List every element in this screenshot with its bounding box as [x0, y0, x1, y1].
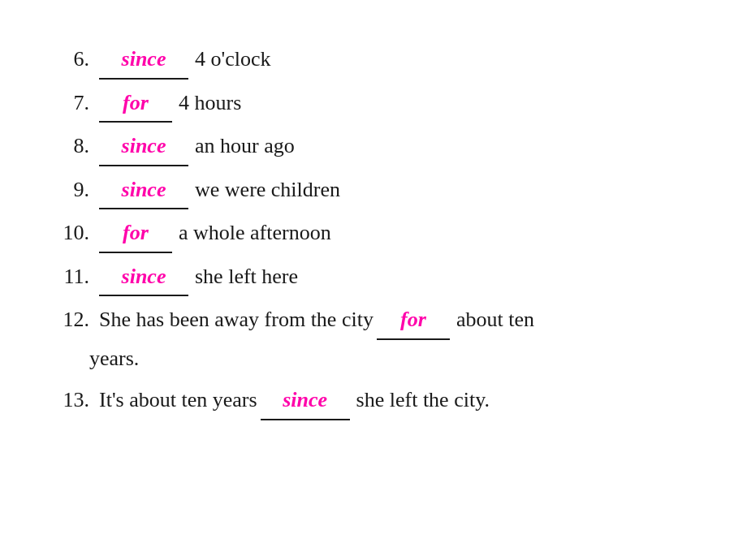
item-number-13: 13.: [49, 381, 89, 419]
item-number-11: 11.: [49, 258, 89, 295]
text-after-13: she left the city.: [356, 381, 490, 419]
answer-9: since: [99, 171, 188, 210]
text-9: we were children: [195, 171, 340, 209]
exercise-item-7: 7. for 4 hours: [49, 84, 698, 123]
exercise-item-12: 12. She has been away from the city for …: [49, 301, 698, 377]
item-number-12: 12.: [49, 301, 89, 338]
answer-10: for: [99, 214, 172, 253]
answer-7: for: [99, 84, 172, 123]
answer-11: since: [99, 258, 188, 297]
text-7: 4 hours: [179, 84, 241, 122]
text-11: she left here: [195, 258, 298, 295]
item-number-7: 7.: [49, 84, 89, 122]
text-6: 4 o'clock: [195, 41, 271, 78]
exercise-item-9: 9. since we were children: [49, 171, 698, 210]
answer-13: since: [261, 381, 350, 420]
exercise-item-10: 10. for a whole afternoon: [49, 214, 698, 253]
text-before-12: She has been away from the city: [99, 301, 374, 338]
item-number-10: 10.: [49, 214, 89, 252]
exercise-item-8: 8. since an hour ago: [49, 127, 698, 166]
answer-12: for: [377, 301, 450, 340]
answer-6: since: [99, 41, 188, 80]
answer-8: since: [99, 127, 188, 166]
text-before-13: It's about ten years: [99, 381, 257, 419]
exercise-content: 6. since 4 o'clock 7. for 4 hours 8. sin…: [0, 0, 747, 466]
item-number-9: 9.: [49, 171, 89, 209]
text-8: an hour ago: [195, 127, 295, 165]
text-line2-12: years.: [49, 340, 698, 377]
exercise-item-11: 11. since she left here: [49, 258, 698, 297]
item-number-6: 6.: [49, 41, 89, 78]
text-10: a whole afternoon: [179, 214, 331, 252]
exercise-item-13: 13. It's about ten years since she left …: [49, 381, 698, 420]
exercise-item-6: 6. since 4 o'clock: [49, 41, 698, 80]
text-after-12: about ten: [456, 301, 534, 338]
item-number-8: 8.: [49, 127, 89, 165]
